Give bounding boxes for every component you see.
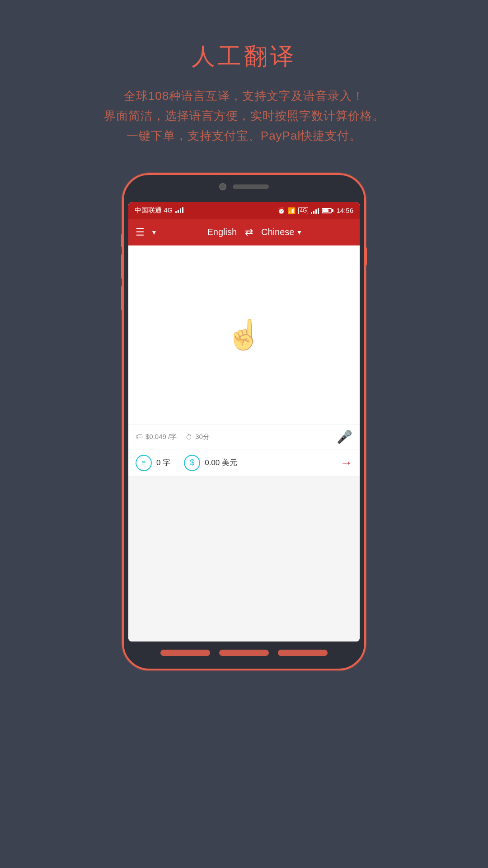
source-language-label[interactable]: English: [207, 227, 237, 237]
dollar-icon: $: [190, 458, 194, 467]
submit-button[interactable]: →: [340, 456, 352, 470]
camera-dot: [219, 183, 226, 190]
battery-icon: [322, 208, 333, 213]
word-count-label: 0 字: [156, 458, 170, 468]
target-language-label[interactable]: Chinese: [261, 227, 294, 237]
target-lang-dropdown-arrow[interactable]: ▼: [296, 229, 303, 236]
signal-icon: [175, 207, 183, 214]
status-carrier: 中国联通 4G: [135, 206, 183, 215]
equals-icon: ≡: [141, 459, 145, 467]
word-count-icon: ≡: [136, 455, 152, 471]
status-bar: 中国联通 4G ⏰ 📶 4G: [128, 202, 360, 219]
clock-icon: ⏱: [186, 433, 192, 441]
volume-down-button: [121, 286, 123, 311]
alarm-icon: ⏰: [277, 207, 285, 214]
price-label: 0.00 美元: [205, 458, 237, 468]
phone-frame: 中国联通 4G ⏰ 📶 4G: [122, 173, 366, 670]
app-toolbar: ☰ ▼ English ⇄ Chinese ▼: [128, 219, 360, 245]
touch-icon: ☝: [226, 318, 262, 352]
mobile-signal-icon: [311, 208, 319, 214]
back-button[interactable]: [160, 650, 210, 656]
phone-mockup: 中国联通 4G ⏰ 📶 4G: [122, 173, 366, 670]
wifi-icon: 📶: [288, 207, 296, 214]
recent-button[interactable]: [278, 650, 328, 656]
hamburger-menu[interactable]: ☰: [136, 226, 145, 238]
delivery-time: ⏱ 30分: [186, 433, 210, 441]
price-per-char: 🏷 $0.049 /字: [136, 433, 177, 441]
price-icon-circle: $: [184, 455, 200, 471]
stats-bar: ≡ 0 字 $ 0.00 美元 →: [128, 449, 360, 477]
hardware-nav-bar: [160, 650, 328, 656]
source-text-input-area[interactable]: ☝: [128, 245, 360, 425]
microphone-button[interactable]: 🎤: [337, 429, 352, 444]
source-lang-dropdown-arrow[interactable]: ▼: [151, 229, 157, 236]
status-right-icons: ⏰ 📶 4G: [277, 207, 353, 214]
translated-text-area: [128, 477, 360, 642]
input-footer: 🏷 $0.049 /字 ⏱ 30分 🎤: [128, 425, 360, 449]
4g-badge: 4G: [298, 207, 308, 214]
phone-camera: [219, 183, 269, 190]
volume-up-button: [121, 254, 123, 279]
page-title: 人工翻译: [192, 41, 296, 72]
phone-screen: 中国联通 4G ⏰ 📶 4G: [128, 202, 360, 642]
home-button[interactable]: [219, 650, 269, 656]
price-tag-icon: 🏷: [136, 433, 143, 441]
page-subtitle: 全球108种语言互译，支持文字及语音录入！ 界面简洁，选择语言方便，实时按照字数…: [104, 86, 385, 146]
power-button: [365, 247, 367, 265]
volume-silent-button: [121, 234, 123, 247]
status-time: 14:56: [336, 207, 353, 214]
swap-languages-button[interactable]: ⇄: [245, 226, 253, 238]
speaker-bar: [233, 184, 269, 189]
